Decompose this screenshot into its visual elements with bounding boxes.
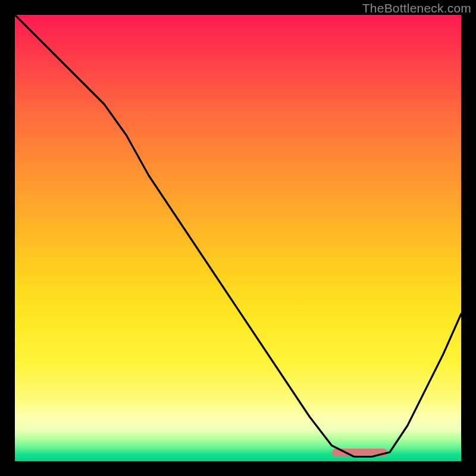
watermark-text: TheBottleneck.com (362, 1, 471, 15)
plot-area (15, 15, 461, 461)
outer-frame: TheBottleneck.com (0, 0, 476, 476)
bottleneck-curve-path (15, 15, 461, 457)
bottleneck-curve-svg (15, 15, 461, 461)
